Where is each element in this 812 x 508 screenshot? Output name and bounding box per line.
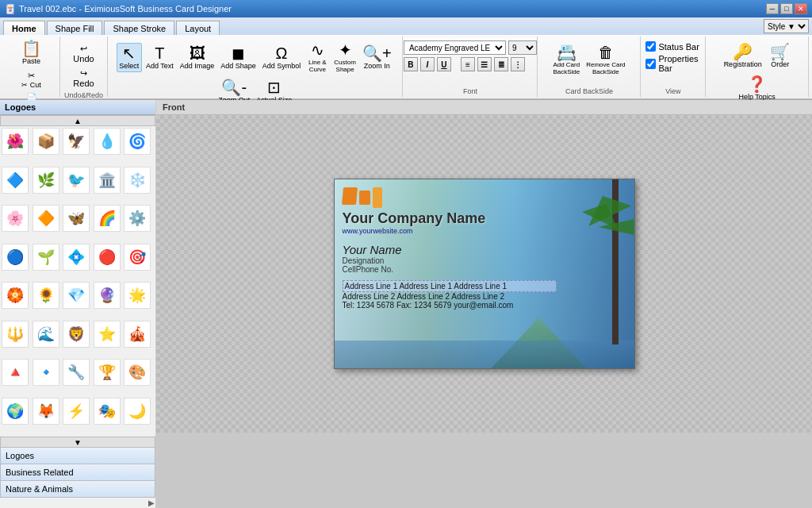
remove-card-backside-btn[interactable]: 🗑 Remove CardBackSide <box>584 42 627 78</box>
main-container: Logoes ▲ 🌺 📦 🦅 💧 🌀 🔷 🌿 🐦 🏛️ ❄️ 🌸 🔶 🦋 🌈 ⚙… <box>0 100 812 508</box>
list-item[interactable]: 💧 <box>94 128 121 155</box>
close-btn[interactable]: ✕ <box>795 3 807 14</box>
add-text-btn[interactable]: T Add Text <box>144 43 176 72</box>
properties-bar-check[interactable]: Properties Bar <box>645 54 700 73</box>
list-item[interactable]: 🔴 <box>94 244 121 271</box>
list-item[interactable]: 🔵 <box>2 244 29 271</box>
font-name-select[interactable]: Academy Engraved LE <box>404 40 506 55</box>
list-item[interactable]: 🦅 <box>63 128 90 155</box>
list-item[interactable]: 📦 <box>33 128 59 155</box>
ribbon-group-clipboard: 📋 Paste ✂ ✂ Cut 📄 Copy ✕ Delete <box>3 37 60 97</box>
list-item[interactable]: 🐦 <box>63 167 90 194</box>
custom-shape-btn[interactable]: ✦ CustomShape <box>331 40 358 75</box>
redo-btn[interactable]: ↪ Redo <box>70 67 97 90</box>
font-size-select[interactable]: 9 <box>508 40 537 55</box>
undo-btn[interactable]: ↩ Undo <box>70 42 97 65</box>
list-item[interactable]: ⚡ <box>63 398 90 425</box>
list-item[interactable]: 🔧 <box>63 359 90 386</box>
align-left-btn[interactable]: ≡ <box>461 57 475 71</box>
sidebar-item-nature-animals[interactable]: Nature & Animals <box>0 481 155 498</box>
zoom-in-btn[interactable]: 🔍+ Zoom In <box>360 43 394 72</box>
list-item[interactable]: 🌙 <box>124 398 151 425</box>
list-item[interactable]: 🌊 <box>33 321 59 348</box>
list-item[interactable]: 🏵️ <box>2 282 29 309</box>
canvas-workspace: Your Company Name www.yourwebsite.com Yo… <box>156 115 812 433</box>
ribbon-group-view: Status Bar Properties Bar View <box>641 37 706 97</box>
custom-shape-icon: ✦ <box>339 42 352 58</box>
list-item[interactable]: ❄️ <box>124 167 151 194</box>
ribbon-group-font: Academy Engraved LE 9 B I U ≡ ☰ ≣ ⋮ <box>403 37 538 97</box>
help-topics-btn[interactable]: ❓ Help Topics <box>736 74 777 103</box>
card-tel: Tel: 1234 5678 Fax: 1234 5679 your@email… <box>343 301 634 310</box>
tab-shape-fill[interactable]: Shape Fill <box>47 21 103 35</box>
tab-layout[interactable]: Layout <box>176 21 220 35</box>
list-item[interactable]: 🌿 <box>33 167 59 194</box>
tab-shape-stroke[interactable]: Shape Stroke <box>104 21 174 35</box>
cut-btn[interactable]: ✂ ✂ Cut <box>18 69 45 90</box>
order-icon: 🛒 <box>770 44 790 60</box>
list-item[interactable]: 🔷 <box>2 167 29 194</box>
list-item[interactable]: 🔶 <box>33 205 59 232</box>
minimize-btn[interactable]: ─ <box>766 3 779 14</box>
underline-btn[interactable]: U <box>437 57 451 71</box>
list-item[interactable]: 🎭 <box>94 398 121 425</box>
line-curve-btn[interactable]: ∿ Line &Curve <box>304 40 330 75</box>
justify-btn[interactable]: ⋮ <box>511 57 525 71</box>
list-item[interactable]: 💎 <box>63 282 90 309</box>
add-shape-btn[interactable]: ◼ Add Shape <box>218 43 259 72</box>
list-item[interactable]: 🌱 <box>33 244 59 271</box>
sidebar-item-logoes[interactable]: Logoes <box>0 448 155 464</box>
card-address2: Address Line 2 Address Line 2 Address Li… <box>343 292 634 301</box>
add-symbol-btn[interactable]: Ω Add Symbol <box>260 43 304 72</box>
italic-btn[interactable]: I <box>420 57 435 71</box>
style-dropdown[interactable]: Style ▼ <box>764 19 809 33</box>
list-item[interactable]: 🌟 <box>124 282 151 309</box>
card-address1[interactable]: Address Line 1 Address Line 1 Address Li… <box>343 280 557 292</box>
list-item[interactable]: 🌻 <box>33 282 59 309</box>
list-item[interactable]: 🦋 <box>63 205 90 232</box>
list-item[interactable]: 🌍 <box>2 398 29 425</box>
list-item[interactable]: 🔺 <box>2 359 29 386</box>
tab-home[interactable]: Home <box>3 21 45 35</box>
business-card[interactable]: Your Company Name www.yourwebsite.com Yo… <box>334 179 635 369</box>
add-shape-icon: ◼ <box>232 45 245 61</box>
list-item[interactable]: 🎨 <box>124 359 151 386</box>
status-bar-check[interactable]: Status Bar <box>645 41 699 52</box>
add-image-btn[interactable]: 🖼 Add Image <box>178 43 217 72</box>
list-item[interactable]: 🎯 <box>124 244 151 271</box>
list-item[interactable]: 🎪 <box>124 321 151 348</box>
window-controls[interactable]: ─ □ ✕ <box>766 3 807 14</box>
list-item[interactable]: 💠 <box>63 244 90 271</box>
list-item[interactable]: 🌈 <box>94 205 121 232</box>
logo-box-2 <box>359 190 370 205</box>
list-item[interactable]: 🔱 <box>2 321 29 348</box>
list-item[interactable]: 🔮 <box>94 282 121 309</box>
list-item[interactable]: 🌺 <box>2 128 29 155</box>
expand-sidebar-btn[interactable]: ▶ <box>148 498 155 507</box>
list-item[interactable]: 🌸 <box>2 205 29 232</box>
select-btn[interactable]: ↖ Select <box>117 43 142 72</box>
scroll-down-btn[interactable]: ▼ <box>0 437 155 448</box>
registration-btn[interactable]: 🔑 Registration <box>722 41 764 71</box>
canvas-area: Front <box>156 100 812 508</box>
sidebar-item-business-related[interactable]: Business Related <box>0 464 155 481</box>
bold-btn[interactable]: B <box>404 57 418 71</box>
list-item[interactable]: 🦁 <box>63 321 90 348</box>
order-btn[interactable]: 🛒 Order <box>768 41 793 71</box>
list-item[interactable]: 🏛️ <box>94 167 121 194</box>
scroll-up-btn[interactable]: ▲ <box>0 115 155 126</box>
maximize-btn[interactable]: □ <box>780 3 793 14</box>
logo-box-1 <box>342 187 358 205</box>
add-card-backside-btn[interactable]: 📇 Add CardBackSide <box>550 42 582 78</box>
window-title: Travel 002.ebc - EximiousSoft Business C… <box>19 4 232 13</box>
align-right-btn[interactable]: ≣ <box>494 57 508 71</box>
card-name: Your Name <box>343 243 634 256</box>
list-item[interactable]: 🔹 <box>33 359 59 386</box>
list-item[interactable]: 🌀 <box>124 128 151 155</box>
list-item[interactable]: ⭐ <box>94 321 121 348</box>
list-item[interactable]: ⚙️ <box>124 205 151 232</box>
paste-btn[interactable]: 📋 Paste <box>17 38 47 67</box>
align-center-btn[interactable]: ☰ <box>477 57 492 71</box>
list-item[interactable]: 🏆 <box>94 359 121 386</box>
list-item[interactable]: 🦊 <box>33 398 59 425</box>
